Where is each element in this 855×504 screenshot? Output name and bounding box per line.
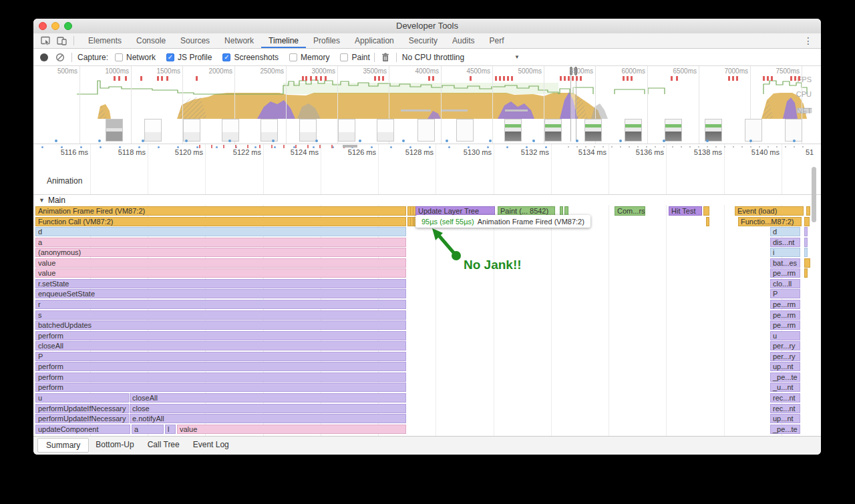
flame-bar[interactable] <box>564 206 568 216</box>
screenshot-thumb[interactable] <box>299 119 317 142</box>
main-track-header[interactable]: ▼ Main <box>33 194 821 205</box>
screenshot-thumb[interactable] <box>504 119 522 142</box>
flame-bar[interactable]: Paint (... 8542) <box>498 206 555 216</box>
flame-bar[interactable]: pe...rm <box>770 268 800 278</box>
flame-bar[interactable]: r <box>35 300 406 309</box>
flame-bar[interactable]: performUpdateIfNecessary <box>35 404 129 413</box>
flame-bar[interactable]: performUpdateIfNecessary <box>35 414 129 423</box>
flame-bar[interactable]: close <box>130 404 406 413</box>
overflow-menu-icon[interactable]: ⋮ <box>800 35 817 46</box>
tab-audits[interactable]: Audits <box>445 33 482 48</box>
flame-bar[interactable]: dis...nt <box>770 238 800 247</box>
flame-bar[interactable]: u <box>770 331 800 340</box>
flame-bar[interactable]: a <box>35 238 406 247</box>
checkbox-checked-icon[interactable]: ✓ <box>222 53 230 61</box>
flame-bar[interactable]: pe...rm <box>770 310 800 320</box>
screenshot-thumb[interactable] <box>625 119 642 142</box>
flame-bar[interactable]: perform <box>35 383 406 392</box>
flame-bar[interactable] <box>804 227 808 236</box>
device-toolbar-icon[interactable] <box>55 35 68 47</box>
cpu-throttling-select[interactable]: No CPU throttling ▼ <box>402 53 520 62</box>
screenshot-thumb[interactable] <box>261 119 278 142</box>
flame-bar[interactable]: bat...es <box>770 258 800 268</box>
flame-bar[interactable]: d <box>770 227 800 236</box>
flame-bar[interactable] <box>804 268 808 278</box>
flame-bar[interactable]: per...ry <box>770 341 800 350</box>
flame-bar[interactable]: _pe...te <box>770 425 800 434</box>
checkbox-unchecked-icon[interactable] <box>115 53 123 61</box>
flame-bar[interactable]: pe...rm <box>770 300 800 309</box>
flame-bar[interactable] <box>560 206 563 216</box>
flame-bar[interactable]: r.setState <box>35 279 406 288</box>
flame-bar[interactable] <box>806 206 810 216</box>
screenshot-thumb[interactable] <box>222 119 239 142</box>
flame-bar[interactable]: rec...nt <box>770 393 800 403</box>
screenshot-thumb[interactable] <box>183 119 200 142</box>
screenshot-thumb[interactable] <box>144 119 162 142</box>
screenshot-thumb[interactable] <box>705 119 722 142</box>
tab-profiles[interactable]: Profiles <box>306 33 347 48</box>
flame-bar[interactable]: rec...nt <box>770 404 800 413</box>
flame-bar[interactable] <box>703 206 709 216</box>
screenshot-thumb[interactable] <box>417 119 435 142</box>
flame-bar[interactable]: _pe...te <box>770 372 800 382</box>
screenshot-thumb[interactable] <box>544 119 562 142</box>
flame-bar[interactable]: Com...rs <box>615 206 645 216</box>
flame-bar[interactable]: Event (load) <box>735 206 804 216</box>
flame-bar[interactable]: a <box>132 425 164 434</box>
tab-elements[interactable]: Elements <box>81 33 129 48</box>
screenshot-thumb[interactable] <box>745 119 762 142</box>
flame-bar[interactable] <box>706 217 709 226</box>
bottom-tab-call-tree[interactable]: Call Tree <box>141 438 186 451</box>
flame-bar[interactable] <box>804 248 808 257</box>
tab-sources[interactable]: Sources <box>173 33 217 48</box>
flame-bar[interactable]: closeAll <box>35 341 406 350</box>
flame-chart-pane[interactable]: Animation ▼ Main No Jank!! 95µs (self 55… <box>33 144 821 436</box>
window-titlebar[interactable]: Developer Tools <box>33 19 821 34</box>
checkbox-unchecked-icon[interactable] <box>289 53 297 61</box>
screenshot-thumb[interactable] <box>377 119 394 142</box>
checkbox-unchecked-icon[interactable] <box>340 53 348 61</box>
flame-bar[interactable]: Functio...M87:2) <box>738 217 802 226</box>
flame-bar[interactable]: value <box>177 425 406 434</box>
tab-timeline[interactable]: Timeline <box>261 33 306 48</box>
flame-bar[interactable]: Animation Frame Fired (VM87:2) <box>35 206 406 216</box>
vertical-scrollbar[interactable] <box>812 167 816 222</box>
flame-bar[interactable]: u <box>35 393 129 403</box>
flame-bar[interactable]: (anonymous) <box>35 248 406 257</box>
screenshot-thumb[interactable] <box>665 119 682 142</box>
flame-bar[interactable]: value <box>35 268 406 278</box>
collapse-triangle-icon[interactable]: ▼ <box>39 197 45 204</box>
flame-bar[interactable] <box>804 238 808 247</box>
bottom-tab-event-log[interactable]: Event Log <box>186 438 236 451</box>
flame-bar[interactable]: up...nt <box>770 362 800 371</box>
flame-bar[interactable]: perform <box>35 331 406 340</box>
tab-console[interactable]: Console <box>129 33 173 48</box>
capture-network-checkbox[interactable]: Network <box>115 53 156 62</box>
record-button[interactable] <box>40 53 48 61</box>
screenshot-thumb[interactable] <box>106 119 123 142</box>
tab-perf[interactable]: Perf <box>482 33 511 48</box>
flame-bar[interactable]: Function Call (VM87:2) <box>35 217 406 226</box>
screenshot-thumb[interactable] <box>456 119 474 142</box>
flame-bar[interactable]: e.notifyAll <box>130 414 406 423</box>
bottom-tab-bottom-up[interactable]: Bottom-Up <box>89 438 140 451</box>
clear-icon[interactable] <box>55 53 65 62</box>
capture-js-profile-checkbox[interactable]: ✓JS Profile <box>166 53 212 62</box>
flame-bar[interactable]: i <box>770 248 800 257</box>
flame-bar[interactable]: batchedUpdates <box>35 320 406 330</box>
flame-bar[interactable]: enqueueSetState <box>35 289 406 298</box>
tab-network[interactable]: Network <box>217 33 261 48</box>
flame-bar[interactable]: s <box>35 310 406 320</box>
bottom-tab-summary[interactable]: Summary <box>37 438 89 453</box>
tab-security[interactable]: Security <box>401 33 445 48</box>
checkbox-checked-icon[interactable]: ✓ <box>166 53 174 61</box>
flame-bar[interactable]: P <box>770 289 800 298</box>
capture-screenshots-checkbox[interactable]: ✓Screenshots <box>222 53 279 62</box>
flame-bar[interactable]: per...ry <box>770 352 800 361</box>
flame-bar[interactable]: closeAll <box>130 393 406 403</box>
capture-memory-checkbox[interactable]: Memory <box>289 53 329 62</box>
flame-bar[interactable]: d <box>35 227 406 236</box>
flame-bar[interactable] <box>804 217 810 226</box>
screenshot-thumb[interactable] <box>338 119 355 142</box>
